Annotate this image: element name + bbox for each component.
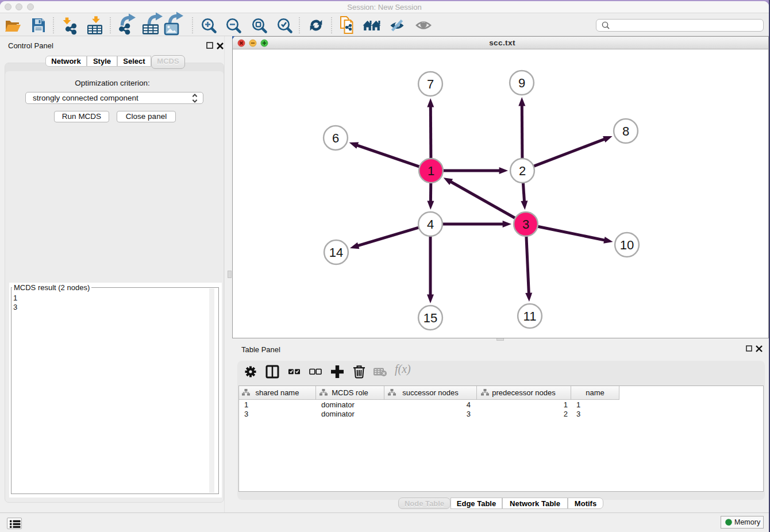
svg-text:14: 14 [329,245,343,260]
svg-text:11: 11 [523,309,537,323]
svg-text:4: 4 [427,217,434,232]
svg-text:3: 3 [522,217,529,232]
svg-text:15: 15 [424,311,437,325]
svg-text:9: 9 [518,76,525,90]
svg-text:6: 6 [332,131,339,145]
svg-text:10: 10 [620,238,634,252]
svg-text:8: 8 [622,124,629,138]
svg-text:1: 1 [428,164,434,178]
svg-text:2: 2 [519,164,526,178]
svg-text:7: 7 [427,77,434,91]
